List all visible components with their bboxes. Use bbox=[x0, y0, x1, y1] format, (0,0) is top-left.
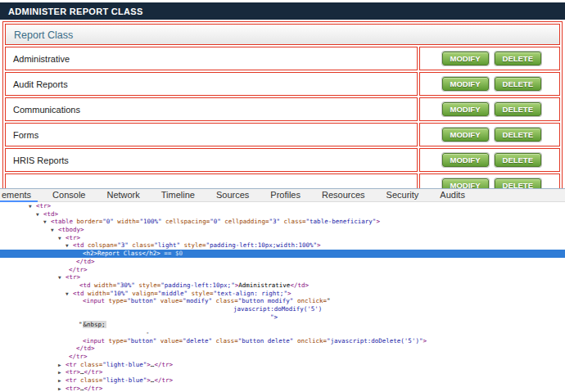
devtools-tab-network[interactable]: Network bbox=[106, 189, 139, 202]
devtools-tab-audits[interactable]: Audits bbox=[440, 189, 465, 202]
disclosure-arrow-open-icon[interactable]: ▼ bbox=[66, 241, 69, 250]
table-section-header: Report Class bbox=[5, 24, 560, 45]
page-title: ADMINISTER REPORT CLASS bbox=[8, 7, 143, 16]
tree-node[interactable]: </td> bbox=[0, 258, 565, 266]
devtools-tab-console[interactable]: Console bbox=[52, 189, 85, 202]
tree-node[interactable]: ▼<tr> bbox=[0, 234, 565, 242]
row-actions: MODIFY DELETE bbox=[419, 173, 560, 189]
browser-viewport: ADMINISTER REPORT CLASS Report Class Adm… bbox=[0, 0, 565, 189]
console-reference-hint: == $0 bbox=[160, 250, 183, 257]
row-actions: MODIFY DELETE bbox=[419, 97, 560, 121]
tree-node[interactable]: </tr> bbox=[0, 266, 565, 274]
tree-node[interactable]: <td width="30%" style="padding-left:10px… bbox=[0, 282, 565, 290]
disclosure-arrow-open-icon[interactable]: ▼ bbox=[43, 218, 47, 226]
page-header: ADMINISTER REPORT CLASS bbox=[0, 2, 565, 20]
tree-node[interactable]: ▶<tr class="light-blue">…</tr> bbox=[0, 376, 565, 385]
delete-button[interactable]: DELETE bbox=[495, 52, 541, 65]
disclosure-arrow-open-icon[interactable]: ▼ bbox=[66, 290, 69, 298]
row-label: Communications bbox=[5, 97, 418, 121]
disclosure-arrow-open-icon[interactable]: ▼ bbox=[36, 210, 39, 219]
devtools-tab-profiles[interactable]: Profiles bbox=[270, 189, 301, 202]
tree-node[interactable]: ▼<td colspan="3" class="light" style="pa… bbox=[0, 241, 565, 250]
row-actions: MODIFY DELETE bbox=[419, 47, 560, 70]
delete-button[interactable]: DELETE bbox=[495, 128, 541, 142]
report-table-rows: Administrative MODIFY DELETE Audit Repor… bbox=[5, 47, 560, 189]
devtools-panel: ementsConsoleNetworkTimelineSourcesProfi… bbox=[0, 188, 565, 392]
row-actions: MODIFY DELETE bbox=[419, 148, 560, 172]
tree-node[interactable]: ▶<tr>…</tr> bbox=[0, 368, 565, 376]
table-row: Communications MODIFY DELETE bbox=[5, 97, 560, 121]
table-row: Administrative MODIFY DELETE bbox=[5, 47, 560, 70]
table-row: MODIFY DELETE bbox=[5, 173, 560, 189]
row-actions: MODIFY DELETE bbox=[419, 123, 560, 146]
devtools-tab-resources[interactable]: Resources bbox=[322, 189, 365, 202]
row-label: HRIS Reports bbox=[5, 148, 418, 172]
disclosure-arrow-closed-icon[interactable]: ▶ bbox=[58, 376, 61, 385]
table-row: HRIS Reports MODIFY DELETE bbox=[5, 148, 560, 172]
disclosure-arrow-open-icon[interactable]: ▼ bbox=[51, 226, 54, 234]
section-title: Report Class bbox=[14, 29, 73, 41]
row-label bbox=[5, 173, 418, 189]
devtools-elements-tree: ▼<tr>▼<td>▼<table border="0" width="100%… bbox=[0, 202, 565, 392]
devtools-tab-ements[interactable]: ements bbox=[2, 189, 31, 202]
modify-button[interactable]: MODIFY bbox=[442, 102, 489, 116]
tree-node[interactable]: <input type="button" value="delete" clas… bbox=[0, 337, 565, 345]
tree-node[interactable]: ▶<tr>…</tr> bbox=[0, 385, 565, 392]
tree-node[interactable]: javascript:doModify('5') bbox=[0, 305, 565, 313]
tree-node[interactable]: - bbox=[0, 329, 565, 337]
row-label: Audit Reports bbox=[5, 72, 418, 96]
modify-button[interactable]: MODIFY bbox=[442, 52, 489, 65]
delete-button[interactable]: DELETE bbox=[495, 153, 541, 167]
tree-node[interactable]: ▼<td> bbox=[0, 210, 565, 219]
disclosure-arrow-open-icon[interactable]: ▼ bbox=[58, 234, 61, 242]
devtools-tabbar: ementsConsoleNetworkTimelineSourcesProfi… bbox=[0, 189, 565, 202]
disclosure-arrow-closed-icon[interactable]: ▶ bbox=[58, 368, 61, 376]
tree-node[interactable]: ▼<tbody> bbox=[0, 226, 565, 234]
tree-node[interactable]: ▼<table border="0" width="100%" cellspac… bbox=[0, 218, 565, 226]
tree-node[interactable]: ▼<tr> bbox=[0, 273, 565, 282]
table-row: Audit Reports MODIFY DELETE bbox=[5, 72, 560, 96]
devtools-tab-sources[interactable]: Sources bbox=[216, 189, 249, 202]
tree-node[interactable]: ▶<tr class="light-blue">…</tr> bbox=[0, 361, 565, 369]
tree-node[interactable]: ▼<tr> bbox=[0, 202, 565, 210]
row-label: Forms bbox=[5, 123, 418, 146]
tree-node[interactable]: "&nbsp; bbox=[0, 321, 565, 329]
devtools-tab-security[interactable]: Security bbox=[386, 189, 419, 202]
tree-node-selected[interactable]: <h2>Report Class</h2> == $0 bbox=[0, 250, 565, 258]
tree-node[interactable]: </tr> bbox=[0, 353, 565, 361]
modify-button[interactable]: MODIFY bbox=[442, 128, 489, 142]
modify-button[interactable]: MODIFY bbox=[442, 153, 489, 167]
tree-node[interactable]: </td> bbox=[0, 345, 565, 353]
disclosure-arrow-open-icon[interactable]: ▼ bbox=[58, 273, 61, 282]
tree-node[interactable]: <input type="button" value="modify" clas… bbox=[0, 297, 565, 305]
tree-node[interactable]: ▼<td width="10%" valign="middle" style="… bbox=[0, 290, 565, 298]
devtools-tab-timeline[interactable]: Timeline bbox=[161, 189, 195, 202]
row-actions: MODIFY DELETE bbox=[419, 72, 560, 96]
table-row: Forms MODIFY DELETE bbox=[5, 123, 560, 146]
tree-node[interactable]: "> bbox=[0, 313, 565, 322]
modify-button[interactable]: MODIFY bbox=[442, 77, 489, 91]
delete-button[interactable]: DELETE bbox=[495, 102, 541, 116]
report-class-table: Report Class Administrative MODIFY DELET… bbox=[2, 21, 563, 189]
disclosure-arrow-closed-icon[interactable]: ▶ bbox=[58, 361, 61, 369]
row-label: Administrative bbox=[5, 47, 418, 70]
disclosure-arrow-closed-icon[interactable]: ▶ bbox=[58, 385, 61, 392]
disclosure-arrow-open-icon[interactable]: ▼ bbox=[29, 202, 32, 210]
delete-button[interactable]: DELETE bbox=[495, 77, 541, 91]
